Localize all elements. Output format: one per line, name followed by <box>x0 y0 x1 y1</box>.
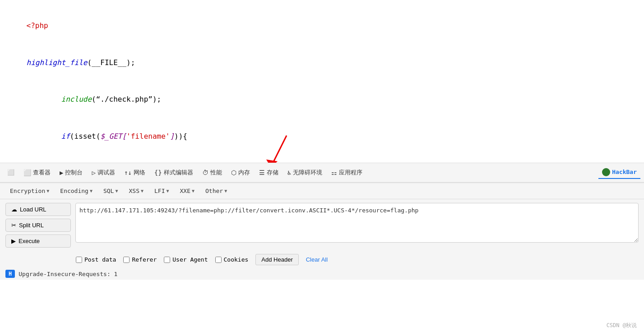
post-data-check[interactable]: Post data <box>76 256 116 263</box>
menu-xxe[interactable]: XXE ▼ <box>176 186 199 196</box>
header-value: Upgrade-Insecure-Requests: 1 <box>19 271 117 277</box>
sql-arrow-icon: ▼ <box>115 188 118 193</box>
code-line-4: if(isset($_GET['filename'])){ <box>9 118 635 155</box>
hackbar-buttons: ☁ Load URL ✂ Split URL ▶ Execute <box>5 203 71 248</box>
split-url-icon: ✂ <box>11 222 16 229</box>
menu-encoding[interactable]: Encoding ▼ <box>56 186 97 196</box>
application-icon: ⚏ <box>331 169 337 176</box>
code-line-3: include(“./check.php”); <box>9 81 635 118</box>
load-url-button[interactable]: ☁ Load URL <box>5 203 71 216</box>
performance-icon: ⏱ <box>202 169 208 176</box>
toolbar-storage[interactable]: ☰ 存储 <box>255 167 282 178</box>
code-line-2: highlight_file(__FILE__); <box>9 44 635 81</box>
cookies-checkbox[interactable] <box>215 257 222 263</box>
code-line-5: $filename = $_GET['filename']; <box>9 155 635 163</box>
lfi-arrow-icon: ▼ <box>166 188 169 193</box>
code-display: <?php highlight_file(__FILE__); include(… <box>0 0 644 163</box>
code-line-1: <?php <box>9 7 635 44</box>
hackbar-header-row: H Upgrade-Insecure-Requests: 1 <box>0 268 644 280</box>
menu-sql[interactable]: SQL ▼ <box>99 186 123 196</box>
header-badge: H <box>5 270 15 278</box>
execute-icon: ▶ <box>11 238 16 244</box>
referer-check[interactable]: Referer <box>123 256 157 263</box>
accessibility-icon: ♿ <box>287 169 291 176</box>
encoding-arrow-icon: ▼ <box>90 188 93 193</box>
toolbar-network[interactable]: ↑↓ 网络 <box>120 167 149 178</box>
toolbar-inspector[interactable]: ⬜ 查看器 <box>20 167 54 178</box>
style-editor-icon: {} <box>154 169 162 176</box>
toolbar-console[interactable]: ▶ 控制台 <box>56 167 86 178</box>
url-input[interactable]: http://61.147.171.105:49243/?filename=ph… <box>75 203 639 243</box>
execute-button[interactable]: ▶ Execute <box>5 235 71 248</box>
hackbar-url-area: http://61.147.171.105:49243/?filename=ph… <box>75 203 639 244</box>
hackbar-menu: Encryption ▼ Encoding ▼ SQL ▼ XSS ▼ LFI … <box>0 183 644 199</box>
console-icon: ▶ <box>60 169 63 176</box>
xxe-arrow-icon: ▼ <box>192 188 195 193</box>
menu-encryption[interactable]: Encryption ▼ <box>5 186 54 196</box>
toolbar-memory[interactable]: ⬡ 内存 <box>227 167 254 178</box>
hackbar-checks: Post data Referer User Agent Cookies Add… <box>0 251 644 268</box>
xss-arrow-icon: ▼ <box>141 188 144 193</box>
toolbar-hackbar[interactable]: HackBar <box>598 166 640 179</box>
toolbar-accessibility[interactable]: ♿ 无障碍环境 <box>284 167 326 178</box>
menu-xss[interactable]: XSS ▼ <box>124 186 148 196</box>
referer-checkbox[interactable] <box>123 257 130 263</box>
post-data-checkbox[interactable] <box>76 257 82 263</box>
cookies-check[interactable]: Cookies <box>215 256 249 263</box>
network-icon: ↑↓ <box>124 169 132 176</box>
add-header-button[interactable]: Add Header <box>255 254 298 265</box>
memory-icon: ⬡ <box>231 169 236 176</box>
clear-all-button[interactable]: Clear All <box>306 256 328 263</box>
toolbar-debugger[interactable]: ▷ 调试器 <box>88 167 118 178</box>
toolbar-performance[interactable]: ⏱ 性能 <box>199 167 226 178</box>
hackbar-content: ☁ Load URL ✂ Split URL ▶ Execute http://… <box>0 199 644 251</box>
hackbar-dot-icon <box>602 168 610 176</box>
toolbar-application[interactable]: ⚏ 应用程序 <box>328 167 366 178</box>
csdn-watermark: CSDN @秋说 <box>607 322 637 329</box>
other-arrow-icon: ▼ <box>224 188 227 193</box>
toolbar-responsive[interactable]: ⬜ <box>4 167 18 178</box>
menu-lfi[interactable]: LFI ▼ <box>150 186 174 196</box>
encryption-arrow-icon: ▼ <box>46 188 49 193</box>
menu-other[interactable]: Other ▼ <box>201 186 232 196</box>
responsive-icon: ⬜ <box>7 169 14 176</box>
toolbar-style-editor[interactable]: {} 样式编辑器 <box>151 167 197 178</box>
split-url-button[interactable]: ✂ Split URL <box>5 219 71 232</box>
user-agent-checkbox[interactable] <box>164 257 170 263</box>
load-url-icon: ☁ <box>11 206 17 213</box>
user-agent-check[interactable]: User Agent <box>164 256 208 263</box>
browser-toolbar: ⬜ ⬜ 查看器 ▶ 控制台 ▷ 调试器 ↑↓ 网络 {} 样式编辑器 ⏱ 性能 … <box>0 163 644 183</box>
debugger-icon: ▷ <box>92 169 95 176</box>
hackbar-panel: Encryption ▼ Encoding ▼ SQL ▼ XSS ▼ LFI … <box>0 183 644 280</box>
inspector-icon: ⬜ <box>23 169 31 176</box>
storage-icon: ☰ <box>259 169 265 176</box>
